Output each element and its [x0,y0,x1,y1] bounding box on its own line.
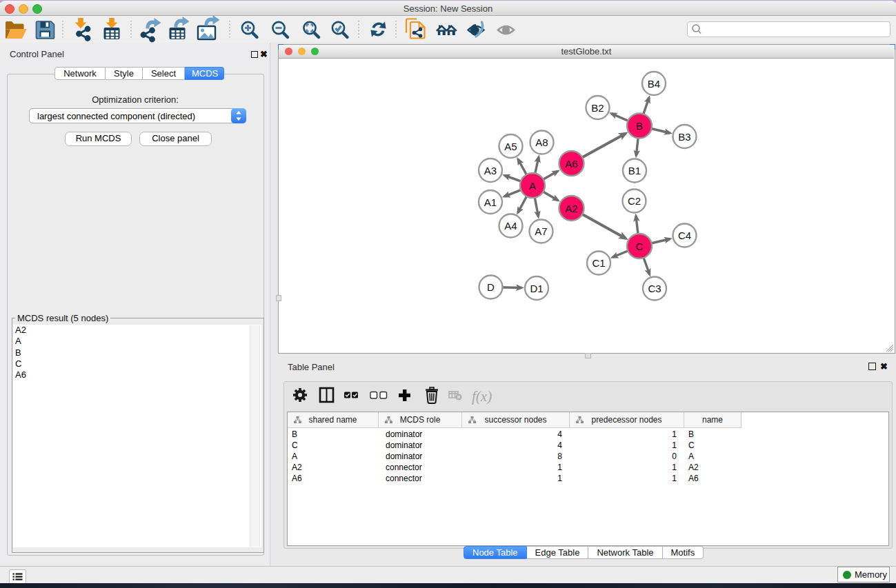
svg-text:A2: A2 [565,203,577,214]
svg-text:A5: A5 [504,141,517,152]
svg-text:C2: C2 [628,195,641,207]
svg-text:A4: A4 [504,220,517,232]
svg-text:D: D [487,281,495,293]
svg-text:C1: C1 [592,257,605,269]
svg-text:C4: C4 [678,230,691,241]
svg-text:A8: A8 [535,136,548,148]
svg-text:B3: B3 [678,131,690,143]
svg-text:B1: B1 [628,165,641,176]
svg-text:C3: C3 [648,283,661,294]
svg-text:A: A [529,180,536,192]
svg-text:A3: A3 [484,165,497,176]
svg-text:A6: A6 [565,158,577,170]
svg-text:D1: D1 [530,283,543,294]
svg-text:f(x): f(x) [472,388,492,405]
svg-text:B2: B2 [591,102,604,114]
svg-text:B: B [636,120,643,132]
svg-text:A1: A1 [484,196,497,208]
svg-text:A7: A7 [535,225,547,237]
svg-text:B4: B4 [648,78,660,90]
svg-text:C: C [636,241,644,252]
